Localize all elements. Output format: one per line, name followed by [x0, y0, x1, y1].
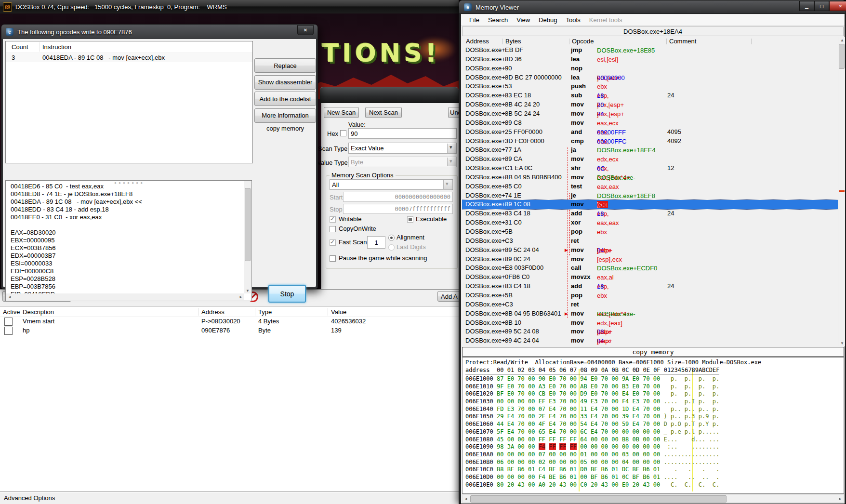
disasm-row[interactable]: DOSBox.exe+77 1AjaDOSBox.exe+18EE4 [462, 146, 838, 155]
disasm-row[interactable]: DOSBox.exe+8B 4C 24 20movecx,[esp+20] [462, 100, 838, 109]
disasm-row[interactable]: DOSBox.exe+89 5C 24 04▶mov[esp+04],ebx [462, 246, 838, 255]
memory-viewer-titlebar[interactable]: e Memory Viewer [459, 0, 846, 14]
memory-viewer-hscrollbar[interactable]: ◄ ► [462, 494, 844, 503]
start-address-input[interactable]: 0000000000000000 [343, 192, 453, 202]
show-disassembler-button[interactable]: Show disassembler [254, 75, 316, 90]
add-address-button[interactable]: Add A [437, 291, 461, 302]
scrollbar-thumb[interactable] [470, 495, 727, 503]
stop-button[interactable]: Stop [268, 285, 306, 303]
address-list-row[interactable]: hp090E7876Byte139 [0, 326, 459, 335]
active-checkbox[interactable] [4, 318, 13, 326]
disasm-row[interactable]: DOSBox.exe+90nop [462, 64, 838, 73]
menu-file[interactable]: File [465, 15, 484, 25]
current-address-panel[interactable]: DOSBox.exe+18EA4 [462, 27, 844, 36]
value-input[interactable]: 90 [348, 128, 457, 139]
opcode-details-panel[interactable]: ● ● ● ● ● ● ● 00418ED6 - 85 C0 - test ea… [5, 180, 252, 301]
menu-search[interactable]: Search [484, 15, 512, 25]
address-list-row[interactable]: Vmem startP->08D300204 Bytes4026536032 [0, 317, 459, 326]
arrow-down-icon[interactable]: ▼ [840, 341, 844, 345]
value-type-dropdown[interactable]: Byte [348, 157, 457, 167]
column-address[interactable]: Address [201, 308, 225, 316]
arrow-left-icon[interactable]: ◄ [464, 497, 468, 501]
scan-type-dropdown[interactable]: Exact Value [348, 143, 457, 154]
scrollbar-thumb[interactable] [839, 44, 845, 69]
disasm-row[interactable]: DOSBox.exe+83 EC 18subesp,1824 [462, 91, 838, 100]
column-address[interactable]: Address [466, 38, 489, 45]
disasm-row[interactable]: DOSBox.exe+C3ret [462, 300, 838, 309]
arrow-down-icon[interactable]: ▼ [246, 289, 250, 293]
fast-scan-checkbox[interactable] [330, 239, 336, 246]
disasm-row[interactable]: DOSBox.exe+8D 36leaesi,[esi] [462, 55, 838, 64]
disasm-row[interactable]: DOSBox.exe+89 5C 24 08mov[esp+08],ebx [462, 327, 838, 336]
disasm-row[interactable]: DOSBox.exe+8B 10movedx,[eax] [462, 318, 838, 328]
hex-view[interactable]: Protect:Read/Write AllocationBase=004000… [462, 357, 844, 494]
disasm-row[interactable]: DOSBox.exe+8B 5C 24 24movebx,[esp+24] [462, 109, 838, 119]
disasm-row[interactable]: DOSBox.exe+25 FF0F0000andeax,00000FFF409… [462, 128, 838, 137]
menu-kernel-tools[interactable]: Kernel tools [585, 15, 627, 25]
last-digits-radio[interactable] [388, 244, 395, 251]
disasm-row[interactable]: DOSBox.exe+8B 04 95 B0B63401▶moveax,[edx… [462, 309, 838, 318]
column-active[interactable]: Active [3, 308, 20, 316]
address-list-header[interactable]: Active Description Address Type Value [0, 307, 459, 317]
pause-while-scanning-checkbox[interactable] [330, 255, 336, 262]
arrow-left-icon[interactable]: ◄ [8, 295, 12, 299]
disasm-row[interactable]: DOSBox.exe+85 C0testeax,eax [462, 182, 838, 191]
region-dropdown[interactable]: All [330, 179, 453, 190]
dosbox-titlebar[interactable]: DOSBOX DOSBox 0.74, Cpu speed: 15000 cyc… [0, 0, 459, 13]
arrow-right-icon[interactable]: ► [838, 497, 842, 501]
executable-checkbox[interactable] [407, 216, 413, 223]
disasm-row[interactable]: DOSBox.exe+0FB6 C0movzxeax,al [462, 273, 838, 282]
close-icon[interactable]: ✕ [829, 1, 846, 11]
disasm-row[interactable]: DOSBox.exe+31 C0xoreax,eax [462, 218, 838, 227]
disasm-row[interactable]: DOSBox.exe+5Bpopebx [462, 227, 838, 237]
scrollbar-thumb[interactable] [245, 188, 251, 261]
disasm-row[interactable]: DOSBox.exe+53pushebx [462, 82, 838, 91]
disasm-row[interactable]: DOSBox.exe+89 CAmovedx,ecx [462, 155, 838, 164]
disasm-row[interactable]: DOSBox.exe+8D BC 27 00000000leaedi,[edi+… [462, 73, 838, 82]
arrow-up-icon[interactable]: ▲ [840, 38, 844, 42]
column-opcode[interactable]: Opcode [572, 38, 594, 45]
new-scan-button[interactable]: New Scan [324, 107, 359, 118]
opcode-list-row[interactable]: 3 00418EDA - 89 1C 08 - mov [eax+ecx],eb… [6, 53, 252, 62]
minimize-icon[interactable]: ▁ [799, 1, 814, 11]
vertical-scrollbar[interactable]: ▼ [244, 181, 251, 293]
arrow-right-icon[interactable]: ► [239, 295, 243, 299]
disasm-row[interactable]: DOSBox.exe+89 4C 24 04mov[esp+04],ecx [462, 336, 838, 345]
menu-view[interactable]: View [512, 15, 534, 25]
column-bytes[interactable]: Bytes [505, 38, 521, 45]
disasm-row[interactable]: DOSBox.exe+89 0C 24mov[esp],ecx [462, 255, 838, 264]
next-scan-button[interactable]: Next Scan [365, 107, 402, 118]
disasm-row[interactable]: DOSBox.exe+8B 04 95 B0B6B400moveax,[edx*… [462, 173, 838, 182]
disasm-row[interactable]: DOSBox.exe+74 1EjeDOSBox.exe+18EF8 [462, 191, 838, 200]
alignment-radio[interactable] [388, 235, 395, 241]
count-column[interactable]: Count [12, 43, 28, 51]
disasm-row[interactable]: DOSBox.exe+C1 EA 0Cshredx,0C12 [462, 164, 838, 173]
replace-button[interactable]: Replace [254, 58, 316, 73]
more-information-button[interactable]: More information [254, 108, 316, 123]
disasm-row[interactable]: DOSBox.exe+89 1C 08mov[eax+ecx],ebx [462, 200, 838, 209]
disasm-row[interactable]: DOSBox.exe+EB DFjmpDOSBox.exe+18E85 [462, 46, 838, 55]
stop-address-input[interactable]: 00007fffffffffff [343, 204, 453, 214]
active-checkbox[interactable] [4, 327, 13, 335]
close-icon[interactable] [297, 25, 314, 35]
copy-memory-bar[interactable]: copy memory [462, 347, 844, 357]
column-type[interactable]: Type [258, 308, 272, 316]
disasm-row[interactable]: DOSBox.exe+83 C4 18addesp,1824 [462, 282, 838, 291]
disasm-row[interactable]: DOSBox.exe+5Bpopebx [462, 291, 838, 300]
disasm-row[interactable]: DOSBox.exe+83 C4 18addesp,1824 [462, 209, 838, 218]
disassembly-scrollbar[interactable]: ▲ ▼ [838, 37, 845, 346]
horizontal-scrollbar[interactable]: ◄ ► [6, 293, 244, 300]
disasm-row[interactable]: DOSBox.exe+C3ret [462, 237, 838, 246]
disasm-row[interactable]: DOSBox.exe+E8 003F0D00callDOSBox.exe+ECD… [462, 264, 838, 273]
opcode-list[interactable]: Count Instruction 3 00418EDA - 89 1C 08 … [5, 41, 253, 163]
maximize-icon[interactable]: ▢ [814, 1, 829, 11]
column-description[interactable]: Description [23, 308, 54, 316]
advanced-options-label[interactable]: Advanced Options [4, 494, 55, 502]
copy-memory-label[interactable]: copy memory [254, 125, 316, 132]
cheat-engine-titlebar[interactable] [320, 87, 459, 104]
disasm-row[interactable]: DOSBox.exe+89 C8moveax,ecx [462, 119, 838, 128]
add-to-the-codelist-button[interactable]: Add to the codelist [254, 92, 316, 106]
copyonwrite-checkbox[interactable] [330, 226, 336, 232]
fast-scan-alignment-input[interactable]: 1 [367, 236, 385, 249]
chevron-down-icon[interactable] [447, 144, 456, 153]
